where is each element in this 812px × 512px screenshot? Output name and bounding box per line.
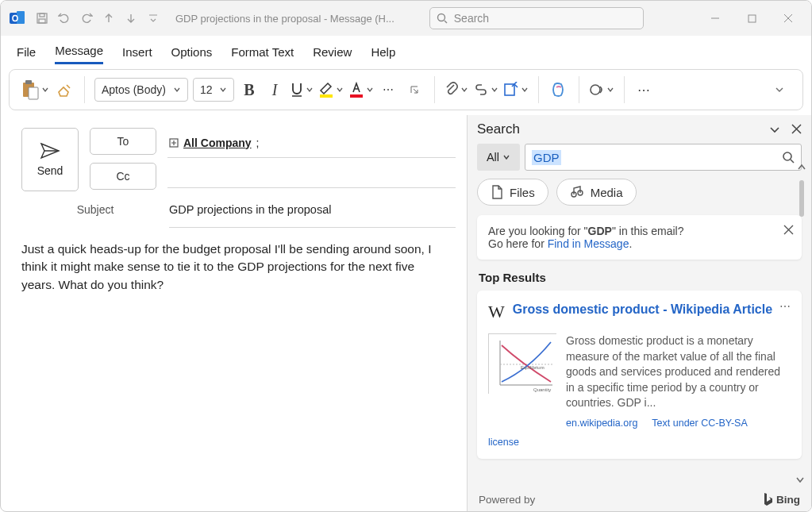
recipient-all-company[interactable]: All Company xyxy=(183,137,252,149)
to-field[interactable]: All Company; xyxy=(167,128,456,158)
powered-by-row: Powered by Bing xyxy=(468,484,811,512)
arrow-down-icon[interactable] xyxy=(123,10,139,26)
svg-rect-8 xyxy=(25,80,32,84)
bing-icon xyxy=(762,492,773,506)
title-bar: GDP projections in the proposal - Messag… xyxy=(1,1,811,36)
result-rights[interactable]: Text under CC-BY-SA xyxy=(652,418,747,429)
subject-input[interactable]: GDP projections in the proposal xyxy=(169,191,456,228)
svg-rect-4 xyxy=(39,19,45,23)
find-in-message-card: Are you looking for "GDP" in this email?… xyxy=(477,215,802,260)
save-icon[interactable] xyxy=(34,10,50,26)
media-icon xyxy=(570,186,584,198)
italic-button[interactable]: I xyxy=(264,76,285,103)
search-input[interactable]: GDP xyxy=(525,144,802,171)
ribbon-tabs: File Message Insert Options Format Text … xyxy=(1,36,811,67)
result-source[interactable]: en.wikipedia.org xyxy=(566,418,637,429)
svg-point-13 xyxy=(591,85,600,94)
tab-format-text[interactable]: Format Text xyxy=(231,40,294,64)
immersive-reader-icon[interactable] xyxy=(589,76,614,103)
svg-point-15 xyxy=(783,152,791,160)
cc-field[interactable] xyxy=(167,158,456,188)
quick-access-toolbar xyxy=(34,10,161,26)
svg-rect-11 xyxy=(350,94,363,98)
send-icon xyxy=(40,142,60,160)
window-controls xyxy=(697,6,806,30)
redo-icon[interactable] xyxy=(79,10,94,26)
top-results-heading: Top Results xyxy=(468,268,811,291)
compose-pane: Send To Cc All Company; Subject GDP proj… xyxy=(1,115,468,512)
filter-files-pill[interactable]: Files xyxy=(477,179,548,206)
svg-point-5 xyxy=(437,14,444,21)
to-button[interactable]: To xyxy=(90,128,156,155)
cc-button[interactable]: Cc xyxy=(90,163,156,190)
expand-icon xyxy=(169,138,179,148)
font-family-select[interactable]: Aptos (Body) xyxy=(94,78,188,102)
subject-label: Subject xyxy=(21,203,169,216)
undo-icon[interactable] xyxy=(56,10,72,26)
window-title: GDP projections in the proposal - Messag… xyxy=(175,13,394,25)
svg-rect-9 xyxy=(29,87,38,99)
collapse-pane-icon[interactable] xyxy=(769,124,780,135)
maximize-button[interactable] xyxy=(733,6,770,30)
svg-rect-6 xyxy=(749,15,756,22)
paste-button[interactable] xyxy=(21,76,49,103)
dismiss-info-icon[interactable] xyxy=(783,225,794,235)
wikipedia-icon: W xyxy=(488,302,505,322)
svg-rect-10 xyxy=(320,94,333,98)
font-color-button[interactable] xyxy=(348,76,374,103)
search-scope-dropdown[interactable]: All xyxy=(477,144,520,171)
svg-text:Quantity: Quantity xyxy=(533,387,551,392)
qat-overflow-icon[interactable] xyxy=(145,10,161,26)
outlook-app-icon xyxy=(9,10,26,27)
send-button[interactable]: Send xyxy=(21,128,79,191)
more-formatting-icon[interactable]: ⋯ xyxy=(379,76,399,103)
search-pane-title: Search xyxy=(477,121,520,137)
title-search-placeholder: Search xyxy=(454,12,489,25)
highlight-button[interactable] xyxy=(318,76,344,103)
underline-button[interactable] xyxy=(290,76,314,103)
copilot-icon[interactable] xyxy=(548,76,569,103)
result-more-icon[interactable]: ⋯ xyxy=(779,300,792,313)
arrow-up-icon[interactable] xyxy=(101,10,117,26)
attach-file-button[interactable] xyxy=(444,76,468,103)
svg-rect-3 xyxy=(40,13,44,17)
signature-button[interactable] xyxy=(503,76,529,103)
result-card[interactable]: ⋯ W Gross domestic product - Wikipedia A… xyxy=(477,291,802,459)
svg-text:Equilibrium: Equilibrium xyxy=(521,365,545,370)
message-body[interactable]: Just a quick heads-up for the budget pro… xyxy=(1,228,467,306)
bold-button[interactable]: B xyxy=(239,76,260,103)
chevron-down-icon xyxy=(502,153,510,161)
search-icon xyxy=(437,13,448,24)
scroll-down-icon[interactable] xyxy=(795,475,805,484)
filter-media-pill[interactable]: Media xyxy=(556,179,637,206)
scrollbar[interactable] xyxy=(797,163,806,217)
tab-help[interactable]: Help xyxy=(371,40,395,64)
search-query-text: GDP xyxy=(532,150,561,165)
result-description: Gross domestic product is a monetary mea… xyxy=(566,333,791,411)
ribbon-overflow-icon[interactable]: ⋯ xyxy=(634,76,655,103)
result-title[interactable]: Gross domestic product - Wikipedia Artic… xyxy=(513,302,772,318)
ribbon-collapse-icon[interactable] xyxy=(769,76,790,103)
tab-options[interactable]: Options xyxy=(171,40,213,64)
tab-review[interactable]: Review xyxy=(313,40,352,64)
result-thumbnail: Equilibrium Quantity xyxy=(488,333,556,394)
title-search-box[interactable]: Search xyxy=(429,7,644,29)
find-in-message-link[interactable]: Find in Message xyxy=(548,237,629,250)
tab-message[interactable]: Message xyxy=(55,39,103,64)
tab-file[interactable]: File xyxy=(17,40,36,64)
tab-insert[interactable]: Insert xyxy=(122,40,152,64)
scroll-up-icon[interactable] xyxy=(797,163,806,172)
close-pane-icon[interactable] xyxy=(791,124,802,135)
font-size-select[interactable]: 12 xyxy=(193,78,234,102)
insert-link-button[interactable] xyxy=(473,76,498,103)
scroll-thumb[interactable] xyxy=(799,180,804,217)
minimize-button[interactable] xyxy=(697,6,733,30)
ribbon: Aptos (Body) 12 B I ⋯ xyxy=(9,69,803,110)
result-license[interactable]: license xyxy=(488,437,791,448)
format-painter-icon[interactable] xyxy=(54,76,75,103)
search-pane: Search All GDP Files Media xyxy=(468,115,811,512)
close-button[interactable] xyxy=(770,6,806,30)
dialog-launcher-icon[interactable] xyxy=(404,76,425,103)
search-submit-icon[interactable] xyxy=(782,151,795,164)
file-icon xyxy=(491,185,503,199)
